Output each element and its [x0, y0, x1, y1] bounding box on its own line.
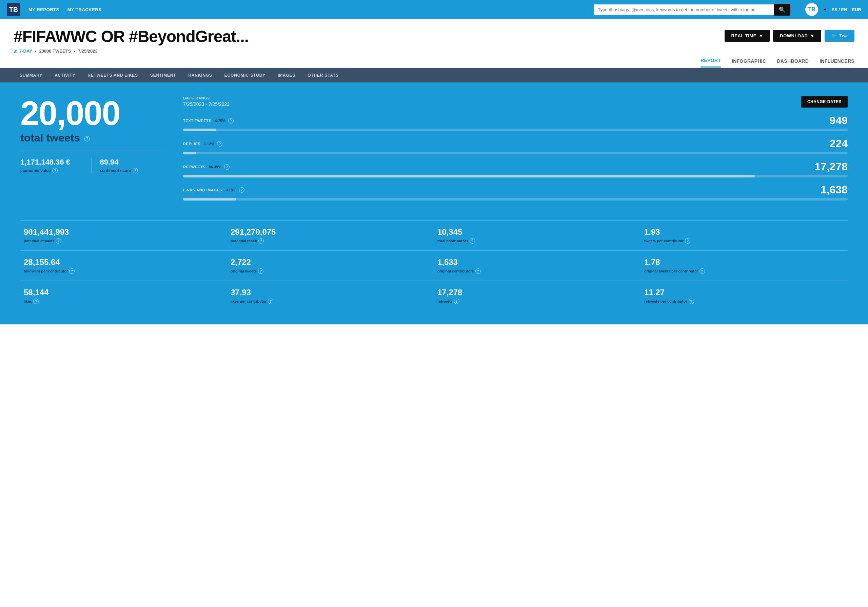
tab-influencers[interactable]: INFLUENCERS — [820, 58, 854, 67]
economic-value-block: 1,171,148.36 € economic value ? — [20, 158, 84, 173]
total-contributors-help-icon[interactable]: ? — [470, 238, 475, 244]
tweets-count-label: 20000 TWEETS — [39, 48, 71, 54]
stat-links-images-bar-fill — [183, 198, 236, 200]
stat-text-tweets-pct: 4.75% — [215, 119, 225, 123]
currency-selector[interactable]: EUR — [852, 7, 861, 12]
stat-replies: REPLIES 1.12% ? 224 — [183, 137, 848, 154]
likes-label: likes ? — [24, 298, 224, 304]
page-meta: 𝕫 7-DAY • 20000 TWEETS • 7/25/2023 — [14, 48, 248, 54]
language-selector[interactable]: ES / EN — [831, 7, 847, 12]
avatar-chevron-icon[interactable]: ▼ — [823, 8, 827, 12]
date-range-label: DATE RANGE — [183, 96, 229, 100]
subnav-summary[interactable]: SUMMARY — [14, 68, 48, 82]
stat-replies-bar-fill — [183, 152, 196, 154]
search-button[interactable]: 🔍 — [774, 4, 790, 16]
stat-replies-help-icon[interactable]: ? — [217, 141, 222, 147]
stat-likes-per-contributor: 37.93 likes per contributor ? — [227, 281, 434, 311]
stat-retweets-per-contributor: 11.27 retweets per contributor ? — [641, 281, 848, 311]
stat-retweets-name-row: RETWEETS 86.39% ? — [183, 164, 229, 170]
original-tweets-per-contributor-help-icon[interactable]: ? — [699, 269, 705, 274]
economic-value-help-icon[interactable]: ? — [52, 168, 57, 173]
stat-replies-header: REPLIES 1.12% ? 224 — [183, 137, 848, 150]
twitter-button[interactable]: 🐦 Twe — [825, 30, 854, 42]
potential-reach-help-icon[interactable]: ? — [258, 238, 264, 244]
subnav-rankings[interactable]: RANKINGS — [182, 68, 218, 82]
search-bar: 🔍 — [594, 4, 790, 16]
tweets-per-contributor-help-icon[interactable]: ? — [685, 238, 690, 244]
subnav-sentiment[interactable]: SENTIMENT — [144, 68, 183, 82]
stat-links-images-name-row: LINKS AND IMAGES 8.19% ? — [183, 187, 245, 193]
potential-reach-label: potential reach ? — [231, 238, 431, 244]
search-input[interactable] — [594, 5, 774, 15]
summary-right-column: DATE RANGE 7/25/2023 - 7/25/2023 CHANGE … — [183, 96, 848, 206]
stat-text-tweets-help-icon[interactable]: ? — [228, 118, 234, 124]
summary-top-row: 20,000 total tweets ? 1,171,148.36 € eco… — [20, 96, 848, 206]
total-contributors-value: 10,345 — [437, 227, 637, 237]
divider-line — [20, 151, 163, 151]
meta-dot-2: • — [74, 48, 75, 54]
subnav-retweets-likes[interactable]: RETWEETS AND LIKES — [81, 68, 144, 82]
stat-text-tweets-bar-bg — [183, 129, 848, 131]
retweets-count-help-icon[interactable]: ? — [454, 298, 459, 304]
download-button[interactable]: DOWNLOAD ▼ — [773, 30, 821, 42]
sentiment-score-help-icon[interactable]: ? — [133, 168, 138, 173]
stat-links-images-help-icon[interactable]: ? — [239, 187, 245, 193]
stat-links-images-count: 1,638 — [820, 183, 848, 196]
real-time-button[interactable]: REAL TIME ▼ — [725, 30, 770, 42]
stat-retweets-name: RETWEETS — [183, 165, 206, 169]
metrics-row: 1,171,148.36 € economic value ? 89.94 se… — [20, 158, 163, 173]
likes-per-contributor-help-icon[interactable]: ? — [268, 298, 273, 304]
retweets-per-contributor-help-icon[interactable]: ? — [689, 298, 694, 304]
date-label: 7/25/2023 — [78, 48, 98, 54]
stat-replies-name: REPLIES — [183, 142, 200, 146]
tab-infographic[interactable]: INFOGRAPHIC — [732, 58, 766, 67]
stat-original-contributors: 1,533 original contributors ? — [434, 250, 641, 281]
stat-links-images-pct: 8.19% — [225, 188, 236, 192]
nav-my-reports[interactable]: MY REPORTS — [28, 7, 59, 12]
stat-original-tweets: 2,722 original tweets ? — [227, 250, 434, 281]
followers-per-contributor-label: followers per contributor ? — [24, 269, 224, 274]
retweets-per-contributor-value: 11.27 — [644, 288, 844, 297]
tabs-bar: REPORT INFOGRAPHIC DASHBOARD INFLUENCERS — [0, 54, 868, 68]
likes-help-icon[interactable]: ? — [33, 298, 39, 304]
stat-followers-per-contributor: 28,155.64 followers per contributor ? — [20, 250, 227, 281]
followers-per-contributor-help-icon[interactable]: ? — [69, 269, 74, 274]
sentiment-score-block: 89.94 sentiment score ? — [91, 158, 163, 173]
stat-retweets: RETWEETS 86.39% ? 17,278 — [183, 160, 848, 177]
change-dates-button[interactable]: CHANGE DATES — [801, 96, 848, 107]
total-contributors-label: total contributors ? — [437, 238, 637, 244]
tab-dashboard[interactable]: DASHBOARD — [777, 58, 809, 67]
stat-retweets-pct: 86.39% — [209, 165, 222, 169]
stat-retweets-help-icon[interactable]: ? — [224, 164, 229, 170]
economic-value-label: economic value ? — [20, 168, 84, 173]
stat-potential-impacts: 901,441,993 potential impacts ? — [20, 220, 227, 250]
page-title: #FIFAWWC OR #BeyondGreat... — [14, 27, 248, 46]
meta-dot-1: • — [35, 48, 37, 54]
original-contributors-value: 1,533 — [437, 258, 637, 267]
twitter-label: Twe — [840, 33, 848, 38]
stat-links-images-header: LINKS AND IMAGES 8.19% ? 1,638 — [183, 183, 848, 196]
stat-links-images-bar-bg — [183, 198, 848, 200]
stats-grid-row-2: 28,155.64 followers per contributor ? 2,… — [20, 250, 848, 281]
original-tweets-per-contributor-value: 1.78 — [644, 258, 844, 267]
potential-impacts-help-icon[interactable]: ? — [56, 238, 61, 244]
avatar[interactable]: TB — [805, 3, 818, 16]
stat-original-tweets-per-contributor: 1.78 original tweets per contributor ? — [641, 250, 848, 281]
date-range-row: DATE RANGE 7/25/2023 - 7/25/2023 CHANGE … — [183, 96, 848, 107]
original-tweets-help-icon[interactable]: ? — [258, 269, 264, 274]
subnav-activity[interactable]: ACTIVITY — [48, 68, 81, 82]
stat-replies-name-row: REPLIES 1.12% ? — [183, 141, 222, 147]
original-contributors-help-icon[interactable]: ? — [475, 269, 481, 274]
total-tweets-label: total tweets ? — [20, 132, 163, 144]
original-tweets-value: 2,722 — [231, 258, 431, 267]
main-section: 20,000 total tweets ? 1,171,148.36 € eco… — [0, 82, 868, 324]
subnav-economic-study[interactable]: ECONOMIC STUDY — [219, 68, 271, 82]
nav-my-trackers[interactable]: MY TRACKERS — [67, 7, 102, 12]
total-tweets-number: 20,000 — [20, 96, 163, 130]
subnav-other-stats[interactable]: OTHER STATS — [301, 68, 345, 82]
tab-report[interactable]: REPORT — [701, 58, 721, 68]
potential-impacts-value: 901,441,993 — [24, 227, 224, 237]
logo[interactable]: TB — [7, 3, 20, 16]
subnav-images[interactable]: IMAGES — [271, 68, 301, 82]
total-tweets-help-icon[interactable]: ? — [84, 136, 90, 141]
